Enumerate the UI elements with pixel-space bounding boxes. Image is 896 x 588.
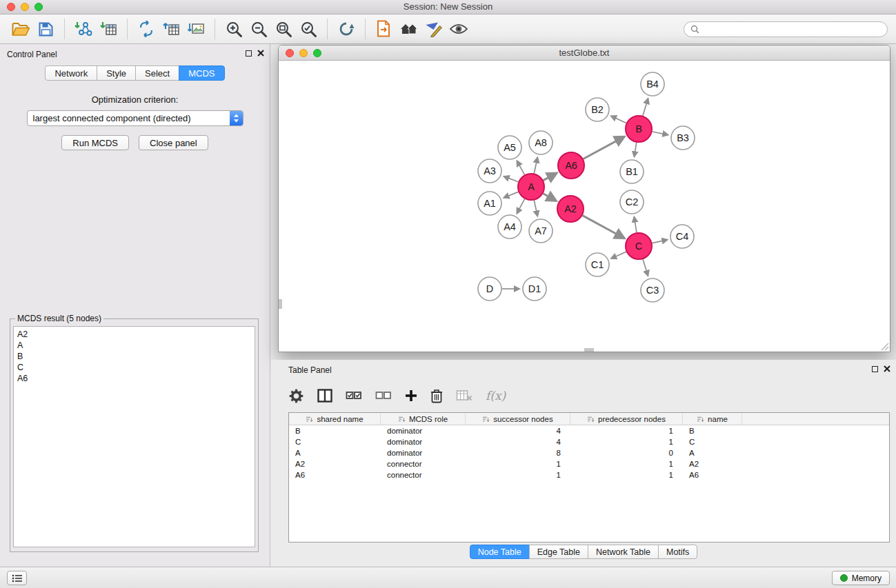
float-panel-icon[interactable]: [246, 50, 252, 57]
graph-node-A3[interactable]: A3: [478, 159, 501, 183]
network-close-button[interactable]: [286, 49, 294, 57]
graph-edge-A-A8[interactable]: [534, 158, 537, 174]
graph-node-A6[interactable]: A6: [558, 152, 584, 179]
close-panel-icon[interactable]: [257, 50, 264, 57]
minimize-window-button[interactable]: [21, 3, 29, 11]
float-panel-icon[interactable]: [872, 366, 878, 372]
graph-edge-A-A5[interactable]: [517, 161, 525, 174]
graph-node-C2[interactable]: C2: [620, 190, 644, 214]
task-history-button[interactable]: [7, 571, 27, 585]
graph-edge-A-A1[interactable]: [504, 192, 518, 197]
table-cell[interactable]: dominator: [381, 436, 466, 447]
table-row[interactable]: A2connector11A2: [289, 458, 889, 469]
table-cell[interactable]: A6: [289, 469, 381, 480]
graph-edge-B-B4[interactable]: [643, 99, 648, 116]
graph-node-C4[interactable]: C4: [670, 225, 694, 248]
graph-edge-A-A3[interactable]: [504, 176, 519, 182]
graph-edge-A2-C[interactable]: [583, 216, 624, 239]
table-cell[interactable]: B: [289, 425, 381, 436]
close-panel-icon[interactable]: [884, 365, 890, 372]
graph-node-A8[interactable]: A8: [529, 131, 552, 154]
vertical-scrollbar-stub[interactable]: [279, 299, 282, 309]
graph-node-B4[interactable]: B4: [641, 72, 664, 96]
table-cell[interactable]: dominator: [381, 447, 466, 458]
table-row[interactable]: Bdominator41B: [289, 425, 889, 436]
table-cell[interactable]: 1: [570, 425, 683, 436]
graph-edge-C-C4[interactable]: [653, 240, 668, 243]
resize-grip-icon[interactable]: [881, 343, 889, 351]
tab-motifs[interactable]: Motifs: [658, 545, 697, 559]
table-cell[interactable]: A: [289, 447, 381, 458]
export-network-button[interactable]: [134, 17, 159, 41]
table-cell[interactable]: A: [683, 447, 742, 458]
graph-node-B3[interactable]: B3: [671, 126, 695, 150]
tab-select[interactable]: Select: [135, 65, 179, 81]
graph-node-C3[interactable]: C3: [641, 278, 664, 302]
table-row[interactable]: Adominator80A: [289, 447, 889, 458]
graph-edge-C-C1[interactable]: [611, 252, 626, 258]
annotation-button[interactable]: [421, 17, 446, 41]
graph-node-A4[interactable]: A4: [498, 215, 521, 239]
mcds-result-item[interactable]: A: [17, 340, 251, 351]
home-button[interactable]: [397, 17, 421, 41]
tab-mcds[interactable]: MCDS: [179, 65, 224, 81]
table-cell[interactable]: B: [683, 425, 742, 436]
table-cell[interactable]: 0: [570, 447, 683, 458]
graph-edge-B-B3[interactable]: [653, 132, 668, 135]
graph-node-B1[interactable]: B1: [620, 160, 644, 183]
graph-node-A2[interactable]: A2: [557, 196, 584, 222]
table-cell[interactable]: 1: [466, 469, 570, 480]
graph-node-D[interactable]: D: [478, 277, 501, 301]
import-network-button[interactable]: [71, 17, 96, 41]
table-cell[interactable]: 4: [466, 436, 570, 447]
column-header-shared-name[interactable]: shared name: [289, 413, 381, 425]
memory-button[interactable]: Memory: [832, 571, 890, 585]
refresh-view-button[interactable]: [334, 17, 359, 41]
function-builder-button[interactable]: f(x): [486, 385, 506, 406]
table-cell[interactable]: C: [683, 436, 742, 447]
column-header-name[interactable]: name: [683, 413, 742, 425]
table-cell[interactable]: 1: [570, 436, 683, 447]
split-panel-button[interactable]: [317, 385, 332, 406]
table-cell[interactable]: 1: [466, 458, 570, 469]
tab-node-table[interactable]: Node Table: [470, 545, 530, 559]
graph-edge-C-C2[interactable]: [634, 217, 637, 233]
graph-node-D1[interactable]: D1: [523, 277, 546, 301]
table-cell[interactable]: 1: [570, 458, 683, 469]
add-column-button[interactable]: [405, 385, 417, 406]
column-header-successor-nodes[interactable]: successor nodes: [466, 413, 570, 425]
delete-column-button[interactable]: [430, 385, 443, 406]
column-header-predecessor-nodes[interactable]: predecessor nodes: [570, 413, 683, 425]
zoom-in-button[interactable]: [221, 17, 246, 41]
graph-node-B2[interactable]: B2: [586, 98, 609, 121]
show-hide-panels-button[interactable]: [446, 17, 471, 41]
open-network-document-button[interactable]: [372, 17, 397, 41]
tab-style[interactable]: Style: [97, 65, 136, 81]
graph-node-C1[interactable]: C1: [586, 253, 609, 276]
horizontal-scrollbar-stub[interactable]: [584, 348, 594, 352]
graph-node-A7[interactable]: A7: [529, 219, 552, 243]
criterion-dropdown[interactable]: largest connected component (directed): [27, 110, 243, 126]
table-cell[interactable]: connector: [381, 469, 466, 480]
zoom-window-button[interactable]: [34, 3, 43, 11]
network-canvas[interactable]: AA2A6BCA1A3A4A5A7A8B1B2B3B4C1C2C3C4DD1: [279, 61, 890, 352]
zoom-out-button[interactable]: [246, 17, 271, 41]
tab-edge-table[interactable]: Edge Table: [529, 545, 588, 559]
graph-edge-A-A6[interactable]: [544, 173, 557, 180]
zoom-fit-button[interactable]: [271, 17, 296, 41]
graph-node-A1[interactable]: A1: [478, 192, 501, 215]
mcds-result-item[interactable]: A2: [17, 329, 251, 340]
graph-edge-B-B2[interactable]: [611, 116, 626, 123]
graph-edge-C-C3[interactable]: [643, 259, 648, 276]
select-all-button[interactable]: [346, 385, 362, 406]
graph-node-B[interactable]: B: [626, 116, 652, 142]
close-window-button[interactable]: [7, 3, 15, 11]
graph-edge-A-A4[interactable]: [517, 199, 524, 214]
tab-network[interactable]: Network: [45, 65, 97, 81]
table-cell[interactable]: dominator: [381, 425, 466, 436]
delete-table-button[interactable]: [456, 385, 472, 406]
mcds-result-list[interactable]: A2ABCA6: [13, 326, 255, 547]
graph-node-A5[interactable]: A5: [498, 136, 521, 159]
search-input[interactable]: [703, 24, 881, 34]
close-panel-button[interactable]: Close panel: [139, 135, 208, 150]
